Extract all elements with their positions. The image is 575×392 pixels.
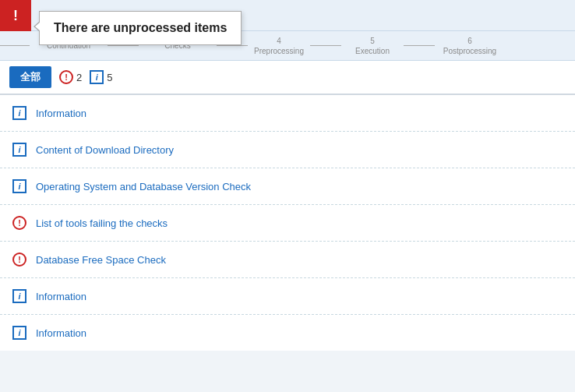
item-error-icon: ! bbox=[12, 216, 26, 230]
item-text: Information bbox=[36, 327, 86, 339]
item-text: Database Free Space Check bbox=[36, 254, 166, 266]
list-item[interactable]: iOperating System and Database Version C… bbox=[0, 168, 575, 205]
item-error-icon: ! bbox=[12, 253, 26, 267]
step-4-num: 4 bbox=[277, 37, 281, 45]
item-text: Information bbox=[36, 108, 86, 119]
error-count: 2 bbox=[76, 72, 82, 83]
step-4-label: Preprocessing bbox=[254, 47, 304, 55]
top-bar: ! HOME There are unprocessed items bbox=[0, 0, 575, 31]
list-item[interactable]: !List of tools failing the checks bbox=[0, 205, 575, 242]
list-item[interactable]: !Database Free Space Check bbox=[0, 242, 575, 278]
list-item[interactable]: iInformation bbox=[0, 278, 575, 315]
item-info-icon: i bbox=[12, 179, 26, 193]
info-count: 5 bbox=[107, 72, 112, 83]
step-6-num: 6 bbox=[467, 37, 472, 45]
all-filter-button[interactable]: 全部 bbox=[9, 66, 51, 88]
step-6-label: Postprocessing bbox=[443, 47, 496, 55]
list-area: iInformationiContent of Download Directo… bbox=[0, 95, 575, 351]
filter-bar: 全部 ! 2 i 5 bbox=[0, 61, 575, 95]
item-info-icon: i bbox=[12, 143, 26, 157]
item-info-icon: i bbox=[12, 106, 26, 120]
alert-icon: ! bbox=[13, 8, 18, 24]
error-icon: ! bbox=[59, 70, 73, 84]
alert-button[interactable]: ! bbox=[0, 0, 31, 31]
item-text: List of tools failing the checks bbox=[36, 217, 168, 229]
info-badge[interactable]: i 5 bbox=[90, 70, 112, 84]
item-info-icon: i bbox=[12, 289, 26, 303]
item-text: Content of Download Directory bbox=[36, 144, 174, 156]
alert-tooltip: There are unprocessed items bbox=[39, 11, 242, 45]
item-info-icon: i bbox=[12, 326, 26, 340]
item-text: Operating System and Database Version Ch… bbox=[36, 181, 251, 192]
list-item[interactable]: iInformation bbox=[0, 95, 575, 132]
step-5-num: 5 bbox=[370, 37, 375, 45]
info-icon: i bbox=[90, 70, 104, 84]
error-badge[interactable]: ! 2 bbox=[59, 70, 82, 84]
item-text: Information bbox=[36, 291, 86, 302]
tooltip-text: There are unprocessed items bbox=[54, 21, 227, 34]
step-5-label: Execution bbox=[355, 47, 390, 55]
list-item[interactable]: iContent of Download Directory bbox=[0, 132, 575, 168]
list-item[interactable]: iInformation bbox=[0, 315, 575, 351]
